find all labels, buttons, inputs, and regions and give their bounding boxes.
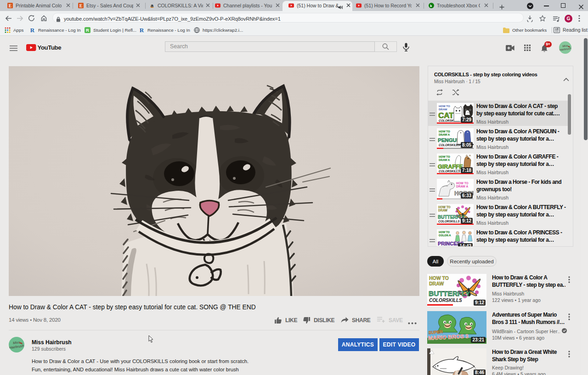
svg-text:HOW TO: HOW TO bbox=[438, 205, 451, 209]
svg-text:HOW TO: HOW TO bbox=[456, 182, 469, 185]
svg-text:GIRAFFE: GIRAFFE bbox=[438, 164, 463, 170]
svg-text:COLORSKILLS: COLORSKILLS bbox=[439, 170, 460, 173]
svg-text:DRAW A: DRAW A bbox=[456, 185, 468, 188]
svg-text:COLORSKILLS: COLORSKILLS bbox=[438, 220, 460, 223]
svg-text:R: R bbox=[86, 28, 89, 33]
svg-text:E: E bbox=[9, 4, 11, 8]
svg-text:DRAW: DRAW bbox=[429, 281, 444, 286]
svg-text:R: R bbox=[140, 27, 144, 33]
svg-text:BUTTERFLY: BUTTERFLY bbox=[429, 290, 470, 297]
svg-text:HOW TO: HOW TO bbox=[429, 275, 449, 281]
svg-text:COLORSKILLS: COLORSKILLS bbox=[439, 246, 458, 247]
svg-text:YouTube: YouTube bbox=[38, 44, 62, 51]
svg-text:E: E bbox=[79, 4, 82, 8]
svg-text:COLOR A: COLOR A bbox=[439, 234, 451, 237]
svg-text:Hairbrush: Hairbrush bbox=[9, 344, 24, 350]
svg-text:DRAW A: DRAW A bbox=[439, 159, 450, 161]
svg-text:HOW TO: HOW TO bbox=[439, 231, 450, 233]
svg-text:R: R bbox=[30, 27, 35, 33]
svg-text:HOW TO: HOW TO bbox=[439, 105, 450, 108]
svg-text:HOW TO: HOW TO bbox=[439, 130, 450, 133]
svg-text:DRAW A: DRAW A bbox=[439, 133, 450, 136]
svg-text:Hairbrush: Hairbrush bbox=[559, 47, 571, 51]
svg-text:HOW TO: HOW TO bbox=[439, 155, 450, 158]
svg-text:DRAW: DRAW bbox=[438, 209, 448, 212]
svg-text:COLORSKILLS: COLORSKILLS bbox=[429, 298, 462, 303]
svg-text:DRAW: DRAW bbox=[439, 108, 447, 111]
